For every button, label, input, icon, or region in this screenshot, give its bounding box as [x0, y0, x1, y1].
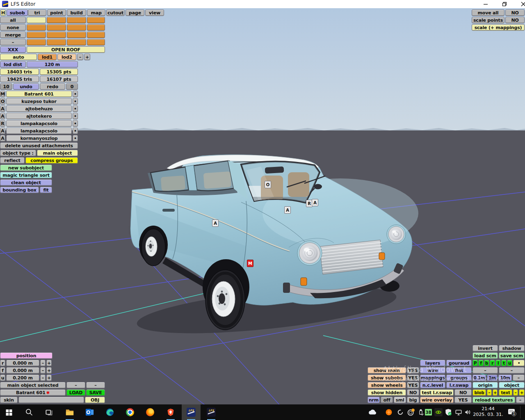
- object-button[interactable]: object: [499, 382, 525, 388]
- chrome-icon[interactable]: [125, 407, 135, 417]
- compress-groups-button[interactable]: compress groups: [25, 157, 78, 164]
- group-cell-empty[interactable]: [67, 24, 86, 31]
- temperature-badge[interactable]: 38: [425, 409, 432, 415]
- groups-button[interactable]: groups: [446, 374, 472, 381]
- blob-minus-button[interactable]: –: [487, 389, 492, 396]
- position-r-value[interactable]: 0.000 m: [6, 360, 39, 366]
- gouraud-button[interactable]: gouraud: [446, 360, 472, 366]
- volume-icon[interactable]: [463, 407, 472, 417]
- subobject-item-ajtobehuzo[interactable]: ajtobehuzo: [6, 105, 72, 112]
- position-u-value[interactable]: 0.200 m: [6, 374, 39, 381]
- test-lr-swap-value[interactable]: NO: [454, 389, 472, 396]
- layer-letter-f[interactable]: f: [478, 360, 484, 366]
- origin-button[interactable]: origin: [472, 382, 498, 388]
- layer-letter-u[interactable]: u: [507, 360, 512, 366]
- nc-level-button[interactable]: n.c.level: [420, 382, 445, 388]
- scale-points-button[interactable]: scale points: [472, 17, 504, 23]
- menu-tab-build[interactable]: build: [67, 9, 86, 16]
- brave-icon[interactable]: [166, 407, 176, 417]
- start-button[interactable]: [4, 407, 14, 417]
- show-hidden-value[interactable]: NO: [407, 389, 419, 396]
- nvidia-icon[interactable]: [434, 407, 443, 417]
- dash-button[interactable]: –: [66, 382, 85, 388]
- close-icon[interactable]: [514, 0, 525, 8]
- dash-button[interactable]: –: [513, 374, 525, 381]
- subobject-visibility-dot[interactable]: •: [73, 135, 78, 142]
- obj-button[interactable]: OBJ: [85, 397, 105, 403]
- file-explorer-icon[interactable]: [65, 407, 75, 417]
- group-cell-empty[interactable]: [67, 39, 86, 46]
- u-minus-button[interactable]: –: [40, 374, 46, 381]
- group-cell-empty[interactable]: [47, 32, 66, 38]
- lfs-editor-icon-active[interactable]: LFS: [186, 407, 196, 417]
- group-cell-empty[interactable]: [47, 24, 66, 31]
- show-main-value[interactable]: YES: [407, 367, 419, 374]
- move-all-button[interactable]: move all: [472, 9, 504, 16]
- subobject-visibility-dot[interactable]: •: [73, 120, 78, 127]
- group-cell-empty[interactable]: [87, 39, 105, 46]
- show-wheels-button[interactable]: show wheels: [368, 382, 406, 388]
- group-select-2[interactable]: merge: [0, 32, 26, 38]
- skin-button[interactable]: skin: [0, 397, 18, 403]
- skin-name-field[interactable]: [18, 397, 84, 403]
- group-cell-empty[interactable]: [27, 24, 46, 31]
- restore-button[interactable]: [495, 0, 514, 8]
- marker-subobject[interactable]: O: [265, 181, 271, 188]
- marker-attachment[interactable]: A: [284, 206, 291, 214]
- position-title[interactable]: position: [0, 352, 52, 359]
- bounding-box-button[interactable]: bounding box: [0, 187, 39, 193]
- group-cell-empty[interactable]: [67, 32, 86, 38]
- menu-tab-page[interactable]: page: [126, 9, 144, 16]
- new-subobject-button[interactable]: new subobject: [0, 164, 52, 171]
- marker-attachment[interactable]: A: [212, 219, 219, 227]
- nrm-off-button[interactable]: off: [381, 397, 393, 403]
- undo-button[interactable]: undo: [13, 83, 39, 90]
- group-select-1[interactable]: none: [0, 24, 26, 31]
- search-icon[interactable]: [24, 407, 34, 417]
- subobject-item-Batrant-601[interactable]: Batrant 601: [6, 91, 72, 97]
- current-object-name[interactable]: Batrant 601✱: [0, 389, 66, 396]
- load-scm-button[interactable]: load scm: [472, 352, 498, 359]
- scale-mappings-button[interactable]: scale (+ mappings): [472, 24, 525, 31]
- group-cell-empty[interactable]: [27, 17, 46, 23]
- show-hidden-button[interactable]: show hidden: [368, 389, 406, 396]
- lod-dist-value[interactable]: 120 m: [27, 61, 78, 68]
- move-all-value[interactable]: NO: [505, 9, 525, 16]
- lr-swap-button[interactable]: l.r.swap: [446, 382, 472, 388]
- menu-tab-view[interactable]: view: [145, 9, 164, 16]
- nrm-button[interactable]: nrm: [368, 397, 380, 403]
- grid-10m-button[interactable]: 10m: [498, 374, 512, 381]
- fit-button[interactable]: fit: [40, 187, 52, 193]
- wire-overlay-button[interactable]: wire overlay: [420, 397, 454, 403]
- menu-tab-subob[interactable]: subob: [7, 9, 28, 16]
- firefox-icon[interactable]: [145, 407, 155, 417]
- lod-minus-button[interactable]: –: [77, 54, 83, 60]
- magic-triangle-sort-button[interactable]: magic triangle sort: [0, 172, 52, 178]
- dash-button[interactable]: –: [86, 382, 105, 388]
- lfs-icon[interactable]: LFS: [206, 407, 216, 417]
- layer-letter-l[interactable]: l: [495, 360, 501, 366]
- clock[interactable]: 21:44 2025. 03. 31.: [472, 406, 504, 418]
- menu-tab-map[interactable]: map: [87, 9, 105, 16]
- group-cell-empty[interactable]: [87, 24, 105, 31]
- show-desktop[interactable]: [520, 406, 520, 418]
- redo-button[interactable]: redo: [40, 83, 65, 90]
- subobject-visibility-dot[interactable]: •: [73, 91, 78, 97]
- wire-overlay-value[interactable]: YES: [454, 397, 472, 403]
- lod-plus-button[interactable]: +: [84, 54, 90, 60]
- edge-icon[interactable]: [105, 407, 115, 417]
- text-button[interactable]: text: [499, 389, 512, 396]
- group-cell-empty[interactable]: [87, 32, 105, 38]
- text-plus-button[interactable]: +: [519, 389, 525, 396]
- marker-attachment[interactable]: A: [312, 199, 318, 206]
- group-cell-empty[interactable]: [67, 17, 86, 23]
- menu-tab-point[interactable]: point: [47, 9, 66, 16]
- group-select-3[interactable]: –: [0, 39, 26, 46]
- f-minus-button[interactable]: –: [40, 367, 46, 374]
- test-lr-swap-button[interactable]: test l.r.swap: [420, 389, 454, 396]
- viewport-3d[interactable]: [0, 8, 525, 404]
- xxx-button[interactable]: XXX: [0, 46, 26, 53]
- mappings-button[interactable]: mappings: [420, 374, 445, 381]
- marker-main-object[interactable]: M: [247, 260, 253, 267]
- show-subobs-value[interactable]: YES: [407, 374, 419, 381]
